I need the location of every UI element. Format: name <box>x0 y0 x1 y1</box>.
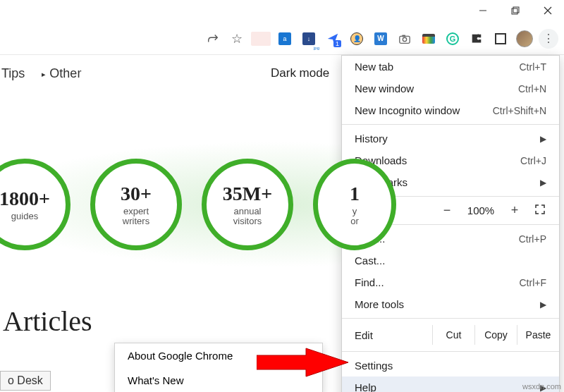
fullscreen-button[interactable] <box>531 204 549 217</box>
menu-cast[interactable]: Cast... <box>342 250 559 271</box>
nav-other-label: Other <box>49 66 81 80</box>
menu-incognito[interactable]: New Incognito windowCtrl+Shift+N <box>342 99 559 121</box>
menu-label: History <box>355 133 388 145</box>
shortcut: Ctrl+N <box>518 83 546 94</box>
chevron-right-icon: ▶ <box>540 134 546 144</box>
stat-circle: 1800+ guides <box>0 159 70 250</box>
browser-toolbar: ☆ a ↓jpg 1 👤 W G ⋮ <box>0 23 564 55</box>
svg-rect-1 <box>512 8 517 14</box>
menu-separator <box>342 124 559 125</box>
chevron-right-icon: ▶ <box>540 178 546 188</box>
menu-edit: Edit Cut Copy Paste <box>342 321 559 348</box>
shortcut: Ctrl+J <box>520 155 546 166</box>
stat-number: 30+ <box>121 183 152 205</box>
extension-send-icon[interactable]: 1 <box>323 29 343 49</box>
zoom-value: 100% <box>463 204 498 216</box>
stat-label: expert writers <box>123 207 149 227</box>
menu-find[interactable]: Find...Ctrl+F <box>342 271 559 293</box>
chrome-menu-button[interactable]: ⋮ <box>539 29 558 49</box>
stat-label: y or <box>350 207 359 227</box>
chevron-right-icon: ▶ <box>540 300 546 310</box>
annotation-arrow-icon <box>257 345 348 379</box>
share-icon[interactable] <box>203 29 223 49</box>
bookmark-star-icon[interactable]: ☆ <box>227 29 247 49</box>
menu-separator <box>342 318 559 319</box>
window-controls <box>467 0 564 21</box>
watermark: wsxdn.com <box>522 382 561 391</box>
extension-face-icon[interactable]: 👤 <box>347 29 367 49</box>
shortcut: Ctrl+F <box>520 277 547 288</box>
svg-rect-2 <box>513 7 519 13</box>
odesk-button[interactable]: o Desk <box>0 371 51 391</box>
nav-tips[interactable]: Tips <box>0 63 26 84</box>
maximize-button[interactable] <box>499 0 532 21</box>
minimize-button[interactable] <box>467 0 499 21</box>
stat-circle: 35M+ annual visitors <box>202 159 293 250</box>
dark-mode-toggle[interactable]: Dark mode <box>271 66 329 80</box>
shortcut: Ctrl+T <box>520 61 547 73</box>
nav-other[interactable]: ▸ Other <box>40 63 82 84</box>
stat-label: annual visitors <box>233 207 262 227</box>
stat-number: 1800+ <box>0 188 50 210</box>
menu-label: Find... <box>355 276 384 288</box>
extension-grammarly-icon[interactable]: G <box>443 29 462 49</box>
menu-more-tools[interactable]: More tools▶ <box>342 293 559 315</box>
stat-number: 1 <box>350 183 360 205</box>
svg-rect-7 <box>402 35 405 37</box>
menu-label: New Incognito window <box>355 104 460 116</box>
edit-cut-button[interactable]: Cut <box>432 325 474 345</box>
stat-label: guides <box>11 212 38 221</box>
stat-number: 35M+ <box>223 183 272 205</box>
svg-point-6 <box>403 37 406 41</box>
close-button[interactable] <box>532 0 564 21</box>
menu-label: More tools <box>355 298 404 310</box>
menu-history[interactable]: History▶ <box>342 128 559 149</box>
zoom-out-button[interactable]: − <box>438 203 456 218</box>
menu-new-window[interactable]: New windowCtrl+N <box>342 78 559 99</box>
articles-heading: Articles <box>3 305 92 338</box>
zoom-in-button[interactable]: + <box>505 203 524 218</box>
extension-download-icon[interactable]: ↓jpg <box>299 29 319 49</box>
menu-separator <box>342 351 559 352</box>
menu-label: New window <box>355 82 414 94</box>
menu-label: Cast... <box>355 255 385 267</box>
menu-label: Help <box>355 381 376 392</box>
edit-paste-button[interactable]: Paste <box>517 325 559 345</box>
stat-circle: 1 y or <box>313 159 396 250</box>
menu-label: New tab <box>355 61 393 73</box>
menu-new-tab[interactable]: New tabCtrl+T <box>342 56 559 78</box>
extensions-puzzle-icon[interactable] <box>467 29 486 49</box>
extension-camera-icon[interactable] <box>395 29 415 49</box>
extension-amazon-icon[interactable]: a <box>275 29 295 49</box>
side-panel-icon[interactable] <box>491 29 510 49</box>
shortcut: Ctrl+P <box>519 233 546 245</box>
svg-marker-8 <box>257 348 348 376</box>
stat-circle: 30+ expert writers <box>90 159 182 250</box>
extension-blank-icon[interactable] <box>251 29 271 49</box>
extension-word-icon[interactable]: W <box>371 29 391 49</box>
shortcut: Ctrl+Shift+N <box>493 105 546 116</box>
menu-label: Settings <box>355 360 393 372</box>
menu-label: Edit <box>355 329 432 341</box>
profile-avatar[interactable] <box>515 29 534 49</box>
extension-rainbow-icon[interactable] <box>419 29 439 49</box>
edit-copy-button[interactable]: Copy <box>474 325 517 345</box>
page-nav: Tips ▸ Other <box>0 63 82 84</box>
menu-settings[interactable]: Settings <box>342 355 559 376</box>
